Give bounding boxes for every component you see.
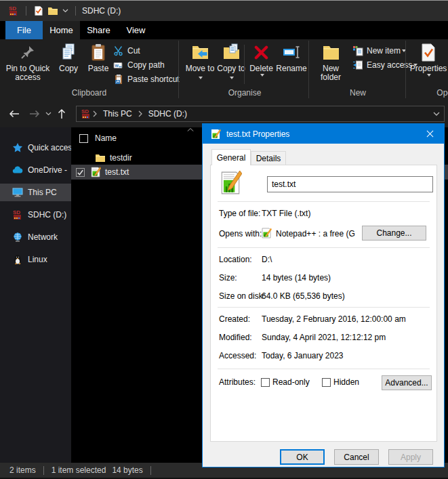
field-value: Tuesday, 2 February 2016, 12:00:00 am [262,314,406,324]
qat-new-folder-button[interactable] [47,5,58,16]
sidebar-item-label: SDHC (D:) [28,210,66,220]
penguin-icon [12,254,23,265]
tab-general[interactable]: General [211,149,251,165]
button-label: Pin to Quick access [3,64,52,82]
ribbon-group-organise: Move to Copy to Delete Rename [181,39,308,100]
group-label-clipboard: Clipboard [0,88,178,98]
button-label: Move to [184,64,216,82]
column-header-name[interactable]: Name [71,130,117,146]
paste-button[interactable]: Paste [83,41,113,87]
notepad-plus-plus-file-icon [261,228,272,238]
paste-icon [90,41,106,63]
ribbon-group-open: Properties Open [407,39,448,100]
tab-details[interactable]: Details [251,151,286,165]
items-count: 2 items [9,465,36,475]
folder-icon [47,5,58,16]
paste-shortcut-button[interactable]: Paste shortcut [113,72,180,85]
cloud-icon [12,165,23,175]
navigation-pane: Quick access OneDrive - This PC SD SDHC … [0,127,71,463]
change-button[interactable]: Change... [362,226,426,241]
properties-check-icon [421,41,436,63]
readonly-checkbox[interactable] [261,378,270,387]
qat-separator [75,6,76,16]
move-to-button[interactable]: Move to [184,41,216,87]
dropdown-caret-icon [230,77,234,79]
separator [218,369,430,369]
button-label: Paste [88,64,109,73]
sidebar-item-quick-access[interactable]: Quick access [0,139,71,157]
qat-customize-button[interactable] [62,9,68,13]
apply-button[interactable]: Apply [388,449,433,465]
new-item-button[interactable]: New item [352,44,406,57]
separator [218,307,430,308]
tab-view[interactable]: View [117,21,155,39]
back-button[interactable] [7,106,22,121]
sidebar-item-linux[interactable]: Linux [0,251,71,268]
field-value: Sunday, 4 April 2021, 12:12:12 pm [262,333,386,342]
button-label: Rename [276,64,306,73]
sidebar-item-network[interactable]: Network [0,228,71,246]
address-dropdown-button[interactable] [433,112,440,117]
tab-home[interactable]: Home [43,21,80,39]
new-folder-button[interactable]: New folder [313,41,348,87]
copy-button[interactable]: Copy [54,41,83,87]
selection-size: 14 bytes [112,465,142,475]
close-icon[interactable] [420,127,440,141]
window-title: SDHC (D:) [82,6,121,16]
separator [218,201,430,202]
select-all-checkbox[interactable] [79,134,88,143]
qat-properties-button[interactable] [33,5,43,16]
dialog-title-bar: test.txt Properties [203,124,444,144]
row-checkbox-checked[interactable] [76,168,85,177]
notepad-plus-plus-file-icon [90,167,101,178]
status-divider [150,466,151,475]
recent-locations-button[interactable] [43,106,54,121]
svg-text:SD: SD [9,5,16,12]
ok-button[interactable]: OK [280,449,325,465]
breadcrumb-drive[interactable]: SDHC (D:) [144,109,192,119]
delete-button[interactable]: Delete [246,41,277,87]
new-folder-icon [322,41,340,63]
qat-separator [26,6,26,16]
group-label-new: New [310,88,405,98]
hidden-checkbox[interactable] [322,378,331,387]
field-label: Size: [219,273,237,283]
rename-button[interactable]: Rename [275,41,308,87]
copy-to-button[interactable]: Copy to [216,41,247,87]
sidebar-item-onedrive[interactable]: OneDrive - [0,161,71,179]
explorer-window: SD SDHC (D:) File Home Share View [0,0,448,479]
file-name: testdir [110,153,132,163]
copy-to-icon [222,41,241,63]
tab-share[interactable]: Share [80,21,117,39]
sidebar-item-this-pc[interactable]: This PC [0,184,71,201]
ribbon-divider [244,45,245,84]
button-label: Paste shortcut [127,75,180,84]
filename-input[interactable] [267,176,433,192]
cancel-button[interactable]: Cancel [334,449,379,465]
title-bar: SD SDHC (D:) [0,1,448,21]
advanced-button[interactable]: Advanced... [382,375,432,390]
field-value: 14 bytes (14 bytes) [262,273,331,283]
forward-button[interactable] [27,106,42,121]
ribbon: Pin to Quick access Copy Paste Cut [0,39,448,100]
field-label: Modified: [219,333,252,342]
button-label: Copy to [216,64,247,82]
breadcrumb-this-pc[interactable]: This PC [98,109,137,119]
tab-file[interactable]: File [5,21,43,39]
properties-button[interactable]: Properties [407,41,448,87]
sidebar-item-sdhc-drive[interactable]: SD SDHC (D:) [0,206,71,224]
cut-button[interactable]: Cut [113,44,140,57]
copy-icon [60,41,77,63]
network-globe-icon [12,232,23,243]
ribbon-divider [405,41,406,98]
copy-path-button[interactable]: w Copy path [113,58,165,71]
move-to-icon [191,41,209,63]
properties-dialog: test.txt Properties General Details Type… [202,123,445,467]
folder-icon [95,152,106,163]
pin-to-quick-access-button[interactable]: Pin to Quick access [3,41,52,87]
sidebar-item-label: OneDrive - [28,165,67,175]
sort-ascending-icon[interactable] [187,128,194,131]
up-button[interactable] [54,106,69,121]
address-field[interactable]: SD This PC SDHC (D:) [76,106,445,122]
copy-path-icon: w [113,60,124,70]
